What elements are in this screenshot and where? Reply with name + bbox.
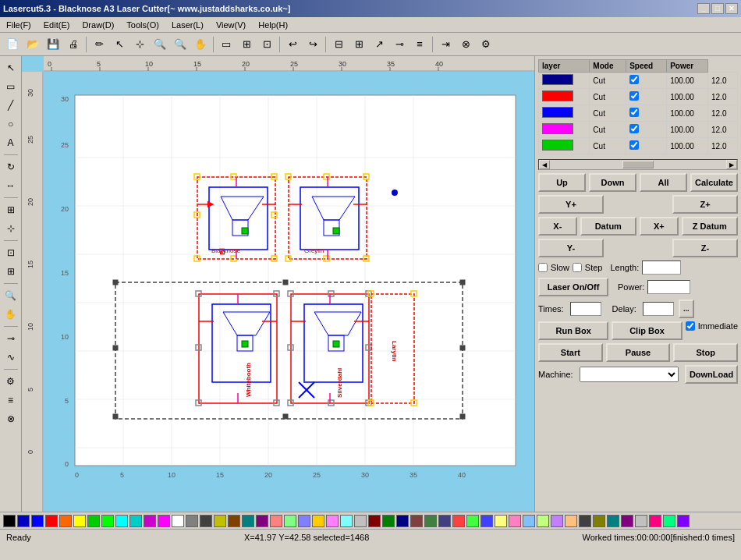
- measure-tool[interactable]: ⊸: [390, 35, 409, 54]
- layer-row-0[interactable]: Cut 100.00 12.0: [539, 73, 738, 89]
- pan-tool[interactable]: ✋: [191, 35, 210, 54]
- palette-color-4[interactable]: [59, 515, 72, 527]
- palette-color-26[interactable]: [368, 515, 381, 527]
- menu-edit[interactable]: Edit(E): [37, 19, 76, 31]
- palette-color-35[interactable]: [495, 515, 507, 527]
- palette-color-31[interactable]: [438, 515, 451, 527]
- palette-color-14[interactable]: [200, 515, 212, 527]
- all-button[interactable]: All: [640, 173, 687, 192]
- stop-button[interactable]: Stop: [673, 343, 738, 362]
- node-tool[interactable]: ⊹: [130, 35, 149, 54]
- scroll-right-arrow[interactable]: ▶: [726, 160, 737, 169]
- layer-row-3[interactable]: Cut 100.00 12.0: [539, 122, 738, 138]
- palette-color-16[interactable]: [228, 515, 240, 527]
- xplus-button[interactable]: X+: [640, 217, 679, 236]
- palette-color-32[interactable]: [452, 515, 465, 527]
- yminus-button[interactable]: Y-: [538, 239, 604, 257]
- step-checkbox[interactable]: [573, 263, 582, 272]
- settings-tool[interactable]: ⚙: [477, 35, 495, 54]
- palette-color-41[interactable]: [579, 515, 591, 527]
- zoom-in[interactable]: 🔍: [151, 35, 169, 54]
- palette-color-13[interactable]: [186, 515, 198, 527]
- palette-color-40[interactable]: [565, 515, 577, 527]
- lt-mirror[interactable]: ↔: [2, 177, 20, 194]
- power-input[interactable]: 45.00: [647, 280, 690, 294]
- palette-color-12[interactable]: [172, 515, 184, 527]
- zminus-button[interactable]: Z-: [672, 239, 738, 257]
- frame-tool[interactable]: ⊞: [237, 35, 256, 54]
- lt-bezier[interactable]: ∿: [2, 349, 20, 366]
- palette-color-10[interactable]: [144, 515, 156, 527]
- delay-dots-button[interactable]: ...: [679, 299, 694, 318]
- palette-color-22[interactable]: [312, 515, 324, 527]
- palette-color-34[interactable]: [480, 515, 493, 527]
- palette-color-20[interactable]: [284, 515, 296, 527]
- print-button[interactable]: 🖨: [64, 35, 83, 54]
- palette-color-27[interactable]: [382, 515, 395, 527]
- calculate-button[interactable]: Calculate: [690, 173, 738, 192]
- layer-row-1[interactable]: Cut 100.00 12.0: [539, 89, 738, 105]
- lt-settings[interactable]: ⚙: [2, 373, 20, 390]
- layer-check-4[interactable]: [629, 140, 639, 150]
- zdatum-button[interactable]: Z Datum: [682, 217, 738, 236]
- palette-color-6[interactable]: [87, 515, 100, 527]
- machine-select[interactable]: [580, 367, 679, 382]
- palette-color-15[interactable]: [214, 515, 226, 527]
- lt-line[interactable]: ╱: [2, 97, 20, 114]
- immediate-checkbox[interactable]: [686, 321, 695, 331]
- palette-color-28[interactable]: [396, 515, 409, 527]
- palette-color-19[interactable]: [270, 515, 282, 527]
- palette-color-46[interactable]: [649, 515, 661, 527]
- palette-color-9[interactable]: [129, 515, 142, 527]
- palette-color-36[interactable]: [509, 515, 521, 527]
- palette-color-25[interactable]: [354, 515, 367, 527]
- lt-snap[interactable]: ⊹: [2, 220, 20, 237]
- zoom-out[interactable]: 🔍: [171, 35, 190, 54]
- palette-color-47[interactable]: [663, 515, 675, 527]
- palette-color-44[interactable]: [621, 515, 633, 527]
- lt-group[interactable]: ⊡: [2, 244, 20, 261]
- palette-color-38[interactable]: [537, 515, 549, 527]
- times-input[interactable]: 1: [570, 302, 601, 316]
- palette-color-23[interactable]: [326, 515, 339, 527]
- xminus-button[interactable]: X-: [538, 217, 577, 236]
- pause-button[interactable]: Pause: [606, 343, 671, 362]
- download-button[interactable]: DownLoad: [685, 365, 738, 384]
- export-tool[interactable]: ⊗: [456, 35, 475, 54]
- menu-file[interactable]: File(F): [0, 19, 37, 31]
- palette-color-0[interactable]: [3, 515, 16, 527]
- select-all-tool[interactable]: ⊡: [257, 35, 276, 54]
- align-tool2[interactable]: ⊞: [349, 35, 368, 54]
- palette-color-2[interactable]: [31, 515, 44, 527]
- rect-tool[interactable]: ▭: [217, 35, 236, 54]
- menu-view[interactable]: View(V): [210, 19, 252, 31]
- layer-check-3[interactable]: [629, 124, 639, 133]
- canvas-area[interactable]: 0 5 10 15 20 25 30 35 40: [22, 56, 534, 512]
- scroll-left-arrow[interactable]: ◀: [539, 160, 550, 169]
- lt-rotate[interactable]: ↻: [2, 158, 20, 175]
- palette-color-37[interactable]: [523, 515, 535, 527]
- palette-color-33[interactable]: [466, 515, 479, 527]
- up-button[interactable]: Up: [538, 173, 586, 192]
- lt-circle[interactable]: ○: [2, 115, 20, 133]
- length-input[interactable]: 50.00: [642, 261, 681, 275]
- canvas-svg[interactable]: 0 5 10 15 20 25 30 0 5 10 15 20 25 30 35…: [22, 56, 534, 512]
- zplus-button[interactable]: Z+: [672, 195, 738, 214]
- lt-text[interactable]: A: [2, 134, 20, 151]
- layer-check-2[interactable]: [629, 108, 639, 117]
- palette-color-39[interactable]: [551, 515, 563, 527]
- minimize-button[interactable]: _: [697, 3, 710, 14]
- import-tool[interactable]: ⇥: [436, 35, 455, 54]
- down-button[interactable]: Down: [589, 173, 636, 192]
- lt-grid[interactable]: ⊞: [2, 201, 20, 218]
- lt-select[interactable]: ↖: [2, 59, 20, 76]
- layer-row-4[interactable]: Cut 100.00 12.0: [539, 138, 738, 154]
- lt-hand[interactable]: ✋: [2, 306, 20, 323]
- lt-ungroup[interactable]: ⊞: [2, 263, 20, 280]
- palette-color-24[interactable]: [340, 515, 353, 527]
- menu-tools[interactable]: Tools(O): [120, 19, 165, 31]
- open-button[interactable]: 📂: [23, 35, 42, 54]
- lt-extra[interactable]: ⊗: [2, 410, 20, 427]
- close-button[interactable]: ✕: [725, 3, 738, 14]
- palette-color-45[interactable]: [635, 515, 647, 527]
